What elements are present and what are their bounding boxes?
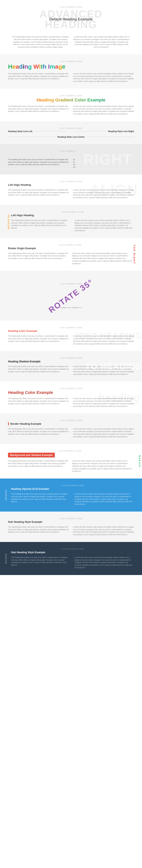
section-rotate-90: ROTATE 90° LAST EXAMPLE CODE Left Align … [0,205,142,238]
sec6-body1: This heading block allow, Duis aute irur… [8,189,69,199]
sec6-label: LAST EXAMPLE CODE [8,181,134,183]
section-italic-heading: heading LAST EXAMPLE CODE Heading Color … [0,381,142,413]
sec17-rotate-label: ROTATE [5,553,7,564]
sec15-rotate-label: ROTATE [5,490,7,500]
section-shadow-heading: TO HEADING LAST EXAMPLE CODE Heading Sha… [0,351,142,381]
sec14-label: LAST EXAMPLE CODE [8,450,132,452]
sec11-label: LAST EXAMPLE CODE [8,357,134,359]
sec7-label: LAST EXAMPLE CODE [11,211,134,213]
sec8-body2: Ut enim ad minim veniam, quis nostrud ex… [72,252,132,265]
sec2-body1: This heading block allow, Duis aute irur… [8,72,69,83]
section-default-heading: LAST EXAMPLE CODE ADVANCED HEADING Defau… [0,0,142,55]
sec6-body2: Ut enim ad minim veniam, quis nostrud ex… [73,189,134,199]
sec12-label: LAST EXAMPLE CODE [8,388,134,390]
sec10-body2: Ut enim ad minim veniam, quis nostrud ex… [73,335,134,345]
sec9-label: LAST EXAMPLE CODE [60,283,82,285]
sec15-heading: Heading Opacity (0.5) Example [11,487,134,490]
sec16-body1: This heading block allow, Duis aute irur… [8,526,69,536]
sec2-heading: Heading With Image [8,63,65,70]
sec7-body2: Ut enim ad minim veniam, quis nostrud ex… [75,219,134,232]
sec17-body1: This heading block allow, Duis aute irur… [11,556,70,569]
section-rotate-origin: TOP RIGHT LAST EXAMPLE CODE Rotate Origi… [0,238,142,271]
section-heading-with-image: LAST EXAMPLE CODE Heading With Image Thi… [0,55,142,89]
sec3-heading: Heading Gradient Color Example [8,97,134,103]
sec2-body2: Ut enim ad minim veniam, quis nostrud ex… [73,72,134,83]
section-sub-heading: LAST EXAMPLE CODE Sub Heading Style Exam… [0,512,142,542]
sec11-body2: Ut enim ad minim veniam, quis nostrud ex… [73,365,134,375]
section-right-align: LAST EXAMPLE CODE RIGHT Right Align Head… [0,144,142,175]
sec14-body1: This heading block allow, Duis aute irur… [8,460,68,472]
section-colored-heading: ICED HEADING LAST EXAMPLE CODE Heading C… [0,321,142,351]
sec10-label: LAST EXAMPLE CODE [8,327,134,329]
sec14-radius-label: RADIUS [138,455,141,467]
sec12-body2: Ut enim ad minim veniam, quis nostrud ex… [73,397,134,407]
sec13-label: LAST EXAMPLE CODE [8,420,134,422]
sec16-body2: Ut enim ad minim veniam, quis nostrud ex… [73,526,134,536]
sec14-heading: Background and Shadow Example [8,453,55,457]
sec15-label: LAST EXAMPLE CODE [11,485,134,487]
section-left-align: LAST EXAMPLE CODE ALIGN Left Align Headi… [0,175,142,205]
sec7-rotate-label: ROTATE 90° [8,214,10,229]
sec1-body2: Ut enim ad minim veniam, quis nostrud ex… [73,36,130,49]
sec17-heading: Sub Heading Style Example [11,551,134,554]
section-bg-shadow-heading: RADIUS LAST EXAMPLE CODE Background and … [0,444,142,478]
sec13-heading: Border Heading Example [8,422,134,425]
sec3-label: LAST EXAMPLE CODE [8,95,134,97]
sec1-label: LAST EXAMPLE CODE [12,6,130,8]
sec7-heading: Left Align Heading [11,214,134,217]
sec17-body2: Ut enim ad minim veniam, quis nostrud ex… [75,556,134,569]
sec3-body2: Ut enim ad minim veniam, quis nostrud ex… [73,105,134,115]
sec2-label: LAST EXAMPLE CODE [8,60,134,62]
section-rotate-35: LAST EXAMPLE CODE ROTATE 35° Position X-… [0,271,142,321]
sec5-label: LAST EXAMPLE CODE [8,150,134,152]
sec16-heading: Sub Heading Style Example [8,520,134,523]
sec15-body2: Ut enim ad minim veniam, quis nostrud ex… [75,493,134,505]
sec4-heading-center: Heading Style Line Center [8,136,134,138]
sec16-label: LAST EXAMPLE CODE [8,518,134,520]
sec3-body1: This heading block allow, Duis aute irur… [8,105,69,115]
sec1-main-heading: Default Heading Example [49,17,92,22]
sec10-heading: Heading Color Example [8,330,134,333]
sec4-heading-left: Heading Style Line Left [8,130,67,132]
sec8-rotate-label: TOP RIGHT [133,245,136,264]
sec14-body2: Ut enim ad minim veniam, quis nostrud ex… [72,460,132,472]
sec4-heading-right: Heading Style Line Right [75,130,134,132]
sec5-body2: Ut enim ad minim veniam, quis nostrud ex… [73,158,134,168]
sec4-label: LAST EXAMPLE CODE [8,127,134,129]
sec9-position-text: Position X-20, Position Y 0 [60,307,82,309]
sec11-body1: This heading block allow, Duis aute irur… [8,365,69,375]
sec12-heading: Heading Color Example [8,390,134,395]
sec12-body1: This heading block allow, Duis aute irur… [8,397,69,407]
sec5-body1: This heading block allow, Duis aute irur… [8,158,69,168]
sec6-heading: Left Align Heading [8,183,134,186]
sec8-body1: This heading block allow, Duis aute irur… [8,252,68,265]
sec13-body2: Ut enim ad minim veniam, quis nostrud ex… [73,428,134,438]
section-gradient-heading: LAST EXAMPLE CODE Heading Gradient Color… [0,89,142,121]
sec13-body1: This heading block allow, Duis aute irur… [8,428,69,438]
section-line-headings: LAST EXAMPLE CODE Heading Style Line Lef… [0,121,142,144]
sec11-heading: Heading Shadow Example [8,360,134,363]
sec8-heading: Rotate Origin Example [8,247,132,250]
sec10-body1: This heading block allow, Duis aute irur… [8,335,69,345]
section-border-heading: LAST EXAMPLE CODE Border Heading Example… [0,413,142,444]
section-opacity-heading: ROTATE LAST EXAMPLE CODE Heading Opacity… [0,478,142,512]
sec1-body1: This heading block allow, Duis aute irur… [12,36,69,49]
sec5-heading: Right Align Heading [8,153,134,156]
sec15-body1: This heading block allow, Duis aute irur… [11,493,70,505]
sec7-body1: This heading block allow, Duis aute irur… [11,219,70,232]
sec17-label: LAST EXAMPLE CODE [11,548,134,550]
sec8-label: LAST EXAMPLE CODE [8,244,132,246]
section-dark-sub-heading: ROTATE LAST EXAMPLE CODE Sub Heading Sty… [0,542,142,575]
